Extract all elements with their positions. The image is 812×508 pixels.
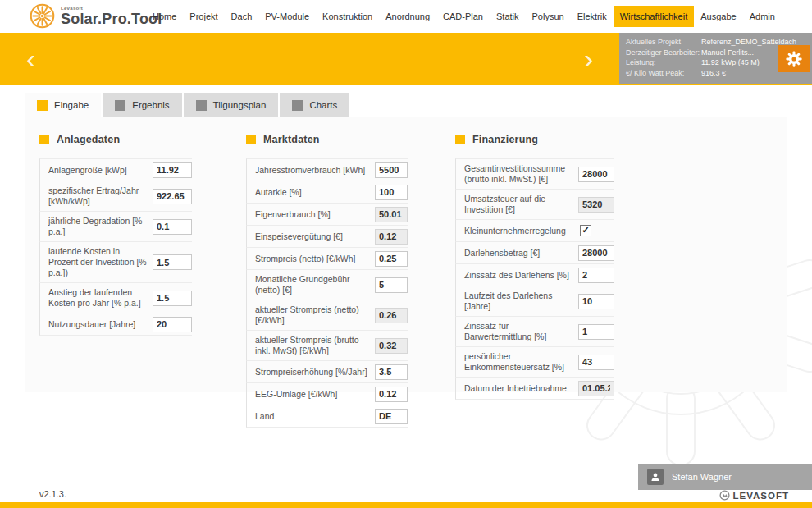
nav-item-pv-module[interactable]: PV-Module <box>258 6 316 27</box>
top-header: Levasoft Solar.Pro.Tool HomeProjektDachP… <box>0 0 812 33</box>
field-label: Land <box>255 410 375 423</box>
user-bar[interactable]: Stefan Wagner <box>638 464 812 490</box>
field-label: Strompreiserhöhung [%/Jahr] <box>255 365 375 379</box>
project-info-panel: Aktuelles ProjektReferenz_DEMO_Satteldac… <box>619 33 812 84</box>
content-card: AnlagedatenAnlagengröße [kWp]spezifische… <box>25 117 787 392</box>
anlagengroesse-kwp-input[interactable] <box>153 162 192 178</box>
section-header: Anlagedaten <box>39 134 192 145</box>
next-arrow-button[interactable]: › <box>584 44 593 72</box>
field-label: Kleinunternehmerregelung <box>464 224 580 238</box>
land-input[interactable] <box>375 409 408 424</box>
field-label: spezifischer Ertrag/Jahr [kWh/kWp] <box>48 184 153 208</box>
umsatzsteuer-auf-die-investition-input <box>578 197 614 213</box>
tab-label: Charts <box>309 100 337 110</box>
field-label: aktueller Strompreis (netto) [€/kWh] <box>255 303 375 327</box>
nutzungsdauer-jahre-input[interactable] <box>153 317 192 332</box>
form-row: Autarkie [%] <box>246 181 408 203</box>
form-row: jährliche Degradation [% p.a.] <box>39 211 192 241</box>
tab-eingabe[interactable]: Eingabe <box>25 93 101 117</box>
tab-ergebnis[interactable]: Ergebnis <box>103 93 181 117</box>
monatliche-grundgebuehr-netto-input[interactable] <box>375 277 408 293</box>
form-row: laufende Kosten in Prozent der Investiti… <box>39 241 192 282</box>
app-logo: Levasoft Solar.Pro.Tool <box>30 3 162 29</box>
nav-item-polysun[interactable]: Polysun <box>526 6 571 27</box>
autarkie-input[interactable] <box>375 185 408 200</box>
spezifischer-ertrag-jahr-kwh-kwp-input[interactable] <box>153 189 192 204</box>
form-row: EEG-Umlage [€/kWh] <box>246 382 408 405</box>
zinssatz-des-darlehens-input[interactable] <box>578 268 614 283</box>
eigenverbrauch-input <box>375 207 408 222</box>
strompreis-netto-kwh-input[interactable] <box>375 251 408 267</box>
nav-item-ausgabe[interactable]: Ausgabe <box>694 6 742 27</box>
form-row: Nutzungsdauer [Jahre] <box>39 313 192 336</box>
anstieg-der-laufenden-kosten-pro-jahr-p-a-input[interactable] <box>153 291 192 306</box>
datum-der-inbetriebnahme-input <box>578 381 614 396</box>
user-name: Stefan Wagner <box>672 472 732 482</box>
nav-item-admin[interactable]: Admin <box>743 6 782 27</box>
form-row: Jahresstromverbrauch [kWh] <box>246 158 408 181</box>
field-label: EEG-Umlage [€/kWh] <box>255 387 375 401</box>
tab-square-icon <box>115 100 125 111</box>
tab-square-icon <box>37 100 48 111</box>
field-label: Darlehensbetrag [€] <box>464 246 578 260</box>
nav-item-elektrik[interactable]: Elektrik <box>571 6 614 27</box>
section-marktdaten: MarktdatenJahresstromverbrauch [kWh]Auta… <box>246 134 408 428</box>
form-row: Einspeisevergütung [€] <box>246 225 408 247</box>
nav-item-home[interactable]: Home <box>146 6 183 27</box>
form-row: Strompreiserhöhung [%/Jahr] <box>246 360 408 382</box>
form-row: Laufzeit des Darlehens [Jahre] <box>455 286 614 316</box>
form-row: Datum der Inbetriebnahme <box>455 377 614 400</box>
aktueller-strompreis-netto-kwh-input <box>375 308 408 323</box>
form-row: persönlicher Einkommensteuersatz [%] <box>455 346 614 377</box>
nav-item-konstruktion[interactable]: Konstruktion <box>316 6 379 27</box>
bottom-accent-strip <box>0 502 812 508</box>
jahresstromverbrauch-kwh-input[interactable] <box>375 162 408 178</box>
persoenlicher-einkommensteuersatz-input[interactable] <box>578 355 614 370</box>
laufende-kosten-in-prozent-der-investition-p-a-input[interactable] <box>153 254 192 270</box>
user-avatar-icon <box>647 469 664 485</box>
darlehensbetrag-input[interactable] <box>578 245 614 261</box>
jaehrliche-degradation-p-a-input[interactable] <box>153 219 192 235</box>
field-label: Datum der Inbetriebnahme <box>464 382 578 396</box>
prev-arrow-button[interactable]: ‹ <box>26 44 35 72</box>
sun-logo-icon <box>30 3 55 29</box>
project-info-label: Leistung: <box>626 57 701 68</box>
form-row: aktueller Strompreis (brutto inkl. MwSt)… <box>246 330 408 360</box>
form-row: Gesamtinvestitionssumme (brutto inkl. Mw… <box>455 158 614 189</box>
tab-label: Eingabe <box>54 100 89 110</box>
project-banner: ‹ › Aktuelles ProjektReferenz_DEMO_Satte… <box>0 33 812 85</box>
main-nav: HomeProjektDachPV-ModuleKonstruktionAnor… <box>146 0 782 33</box>
field-label: Umsatzsteuer auf die Investition [€] <box>464 192 578 217</box>
field-label: Monatliche Grundgebühr (netto) [€] <box>255 272 375 297</box>
nav-item-projekt[interactable]: Projekt <box>183 6 224 27</box>
nav-item-cad-plan[interactable]: CAD-Plan <box>436 6 490 27</box>
form-row: Land <box>246 405 408 428</box>
section-title: Marktdaten <box>263 134 320 145</box>
nav-item-dach[interactable]: Dach <box>225 6 259 27</box>
field-label: Laufzeit des Darlehens [Jahre] <box>464 289 578 313</box>
nav-item-anordnung[interactable]: Anordnung <box>379 6 436 27</box>
laufzeit-des-darlehens-jahre-input[interactable] <box>578 294 614 309</box>
strompreiserhoehung-jahr-input[interactable] <box>375 364 408 380</box>
section-header: Finanzierung <box>455 134 614 145</box>
zinssatz-fuer-barwertermittlung-input[interactable] <box>578 324 614 340</box>
section-square-icon <box>455 135 465 144</box>
tab-label: Ergebnis <box>132 100 169 110</box>
version-label: v2.1.3. <box>39 489 66 499</box>
field-label: Anlagengröße [kWp] <box>48 163 153 177</box>
tab-charts[interactable]: Charts <box>280 93 349 117</box>
section-square-icon <box>246 135 256 144</box>
tab-square-icon <box>292 100 303 111</box>
tab-tilgungsplan[interactable]: Tilgungsplan <box>184 93 279 117</box>
settings-button[interactable] <box>778 45 810 72</box>
form-row: Monatliche Grundgebühr (netto) [€] <box>246 269 408 300</box>
eeg-umlage-kwh-input[interactable] <box>375 387 408 402</box>
nav-item-wirtschaftlichkeit[interactable]: Wirtschaftlichkeit <box>614 6 695 27</box>
aktueller-strompreis-brutto-inkl-mwst-kwh-input <box>375 338 408 354</box>
nav-item-statik[interactable]: Statik <box>490 6 526 27</box>
form-row: Eigenverbrauch [%] <box>246 203 408 225</box>
gesamtinvestitionssumme-brutto-inkl-mwst-input[interactable] <box>578 167 614 182</box>
tab-bar: EingabeErgebnisTilgungsplanCharts <box>25 93 349 117</box>
field-label: persönlicher Einkommensteuersatz [%] <box>464 350 578 374</box>
kleinunternehmerregelung-checkbox[interactable]: ✓ <box>580 225 591 236</box>
